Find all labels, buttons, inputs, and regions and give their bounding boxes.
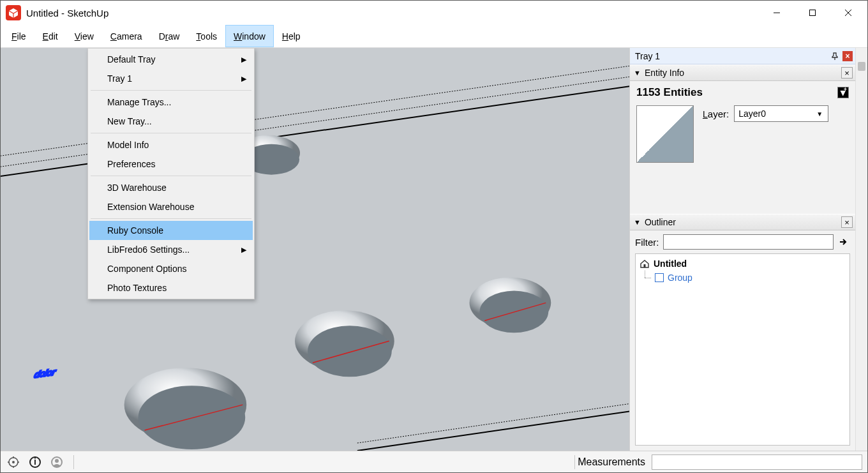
group-icon <box>655 273 664 282</box>
filter-label: Filter: <box>635 237 659 248</box>
entity-info-header[interactable]: ▼ Entity Info × <box>630 64 855 81</box>
scrollbar-thumb[interactable] <box>858 62 865 71</box>
pin-icon[interactable] <box>830 51 840 61</box>
tray-title: Tray 1 <box>635 51 660 61</box>
app-icon <box>6 5 21 20</box>
collapse-icon: ▼ <box>634 69 641 77</box>
tree-item-label: Group <box>668 273 692 283</box>
menu-view[interactable]: View <box>66 25 102 47</box>
tree-item-group[interactable]: Group <box>640 271 846 285</box>
close-button[interactable] <box>830 1 866 25</box>
svg-point-35 <box>55 459 59 463</box>
menu-item-label: Extension Warehouse <box>107 202 194 212</box>
panel-close-icon[interactable]: × <box>841 67 853 79</box>
outliner-tree: Untitled Group <box>635 253 850 446</box>
separator <box>574 455 575 469</box>
entity-count-label: 1153 Entities <box>636 86 703 99</box>
menu-item-component-options[interactable]: Component Options <box>89 259 253 278</box>
menu-separator <box>91 90 251 91</box>
menu-item-label: Manage Trays... <box>107 97 171 107</box>
menu-item-photo-textures[interactable]: Photo Textures <box>89 278 253 297</box>
layer-label: Layer: <box>703 109 729 119</box>
collapse-icon: ▼ <box>634 218 641 226</box>
tree-root[interactable]: Untitled <box>640 257 846 271</box>
layer-value: Layer0 <box>738 109 766 119</box>
menu-item-label: Tray 1 <box>107 73 132 84</box>
submenu-arrow-icon: ▶ <box>241 246 246 254</box>
separator <box>73 455 74 469</box>
menu-item-label: Component Options <box>107 264 187 274</box>
menu-help[interactable]: Help <box>274 25 309 47</box>
material-swatch[interactable] <box>636 105 694 163</box>
menu-item-3d-warehouse[interactable]: 3D Warehouse <box>89 178 253 197</box>
svg-rect-2 <box>810 10 816 16</box>
menu-item-label: Ruby Console <box>107 225 163 236</box>
svg-rect-25 <box>644 264 646 267</box>
svg-text:i: i <box>34 456 36 467</box>
chevron-down-icon: ▼ <box>814 109 825 119</box>
menu-item-tray1[interactable]: Tray 1▶ <box>89 69 253 88</box>
menu-item-extension-warehouse[interactable]: Extension Warehouse <box>89 197 253 216</box>
menu-item-label: Default Tray <box>107 54 155 64</box>
tray-scrollbar[interactable] <box>855 48 867 451</box>
svg-point-27 <box>12 461 15 463</box>
outliner-body: Filter: Untitled Group <box>630 230 855 451</box>
viewport[interactable]: OREM dolor Default Tray▶ Tray 1▶ Manage … <box>1 48 629 451</box>
menu-item-label: LibFredo6 Settings... <box>107 244 190 255</box>
credits-icon[interactable]: i <box>27 454 43 470</box>
menu-item-default-tray[interactable]: Default Tray▶ <box>89 50 253 69</box>
minimize-button[interactable] <box>759 1 795 25</box>
menu-edit[interactable]: Edit <box>34 25 66 47</box>
layer-combo[interactable]: Layer0 ▼ <box>734 105 828 122</box>
titlebar: Untitled - SketchUp <box>1 1 867 25</box>
menu-item-label: New Tray... <box>107 116 152 126</box>
panel-title: Entity Info <box>645 68 684 78</box>
svg-point-15 <box>138 386 246 449</box>
geolocation-icon[interactable] <box>6 454 21 470</box>
window-title: Untitled - SketchUp <box>26 8 108 19</box>
menu-item-libfredo6-settings[interactable]: LibFredo6 Settings...▶ <box>89 240 253 259</box>
menu-item-preferences[interactable]: Preferences <box>89 154 253 174</box>
user-icon[interactable] <box>49 454 64 470</box>
tray-panel: Tray 1 × ▼ Entity Info × 1153 Entities ▾… <box>629 48 867 451</box>
menu-item-label: 3D Warehouse <box>107 183 167 193</box>
menu-item-label: Model Info <box>107 140 149 150</box>
panel-title: Outliner <box>645 217 676 227</box>
measurements-input[interactable] <box>652 454 862 470</box>
details-arrow-icon[interactable] <box>837 236 850 248</box>
window-menu-dropdown: Default Tray▶ Tray 1▶ Manage Trays... Ne… <box>87 48 255 299</box>
panel-close-icon[interactable]: × <box>841 216 853 228</box>
entity-info-body: 1153 Entities ▾+ Layer: Layer0 ▼ <box>630 81 855 169</box>
tray-header: Tray 1 × <box>630 48 855 64</box>
filter-input[interactable] <box>663 234 834 250</box>
menubar: File Edit View Camera Draw Tools Window … <box>1 25 867 48</box>
content-area: OREM dolor Default Tray▶ Tray 1▶ Manage … <box>1 48 867 451</box>
submenu-arrow-icon: ▶ <box>241 56 246 64</box>
menu-tools[interactable]: Tools <box>188 25 225 47</box>
maximize-button[interactable] <box>795 1 830 25</box>
outliner-header[interactable]: ▼ Outliner × <box>630 214 855 230</box>
menu-item-model-info[interactable]: Model Info <box>89 135 253 154</box>
statusbar: i Measurements <box>1 451 867 472</box>
menu-item-ruby-console[interactable]: Ruby Console <box>89 221 253 240</box>
menu-separator <box>91 176 251 176</box>
menu-window[interactable]: Window <box>225 25 274 47</box>
menu-item-new-tray[interactable]: New Tray... <box>89 112 253 131</box>
menu-camera[interactable]: Camera <box>102 25 151 47</box>
home-icon <box>640 259 650 269</box>
menu-separator <box>91 218 251 219</box>
expand-details-icon[interactable]: ▾+ <box>837 87 849 98</box>
svg-point-18 <box>308 326 392 377</box>
menu-file[interactable]: File <box>3 25 34 47</box>
measurements-label: Measurements <box>578 456 645 468</box>
menu-separator <box>91 133 251 133</box>
tree-root-label: Untitled <box>654 259 687 269</box>
window-controls <box>759 1 866 25</box>
menu-item-label: Photo Textures <box>107 283 167 293</box>
menu-item-label: Preferences <box>107 159 155 169</box>
menu-draw[interactable]: Draw <box>151 25 188 47</box>
submenu-arrow-icon: ▶ <box>241 75 246 83</box>
menu-item-manage-trays[interactable]: Manage Trays... <box>89 93 253 112</box>
tray-close-icon[interactable]: × <box>842 51 853 61</box>
